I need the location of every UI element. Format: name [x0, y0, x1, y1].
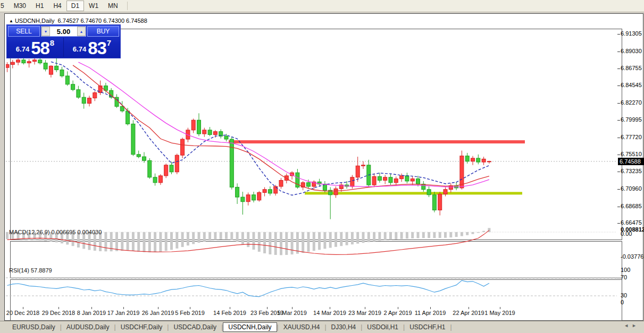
macd-bar [137, 232, 140, 252]
candle [16, 60, 20, 62]
candle [44, 63, 47, 69]
price-axis-tick [617, 52, 620, 52]
resistance-line[interactable] [229, 140, 525, 143]
tab-xauusd-h4[interactable]: XAUUSD,H4 [279, 322, 325, 332]
volume-increase-icon[interactable]: ▲ [77, 27, 86, 36]
rsi-canvas[interactable] [6, 266, 617, 306]
ma-fast-line [51, 62, 489, 195]
tab-usdcad-daily[interactable]: USDCAD,Daily [169, 322, 221, 332]
candle [334, 189, 338, 194]
timeframe-button-h4[interactable]: H4 [48, 1, 66, 11]
candle [487, 161, 491, 162]
macd-bar [127, 232, 129, 250]
macd-bar [187, 232, 189, 245]
date-axis-label: 17 Jan 2019 [107, 310, 140, 316]
date-axis-tick [190, 307, 190, 309]
candle [350, 177, 354, 186]
tab-usdchf-daily[interactable]: USDCHF,Daily [116, 322, 168, 332]
date-axis-label: 2 Apr 2019 [383, 310, 412, 316]
price-axis-tick [617, 155, 620, 155]
tab-dj30-h4[interactable]: DJ30,H4 [327, 322, 361, 332]
candle [22, 60, 26, 63]
macd-indicator-label: MACD(12,26,9) 0.006695 0.004030 [9, 229, 102, 235]
price-axis-label: 6.66475 [621, 219, 642, 226]
date-axis-label: 23 Mar 2019 [348, 310, 381, 316]
timeframe-button-h1[interactable]: H1 [31, 1, 48, 11]
candle [362, 165, 365, 166]
tab-scroll-arrows[interactable]: ◄► [624, 323, 640, 328]
volume-input[interactable]: 5.00 [50, 28, 77, 36]
candle [137, 155, 140, 157]
timeframe-button-m30[interactable]: M30 [9, 1, 31, 11]
sell-price[interactable]: 6.74 58 8 [7, 38, 64, 57]
chart-title: ▲USDCNH,Daily 6.74527 6.74670 6.74300 6.… [9, 18, 147, 24]
timeframe-button-d1[interactable]: D1 [66, 1, 84, 11]
date-axis-label: 22 Apr 2019 [453, 310, 484, 316]
candle [427, 190, 431, 195]
candle [236, 187, 239, 197]
buy-button[interactable]: BUY [87, 26, 119, 37]
collapse-arrow-icon[interactable]: ▲ [9, 19, 13, 23]
timeframe-toolbar: 5M30H1H4D1W1MN [0, 0, 644, 12]
date-axis-label: 1 May 2019 [484, 310, 515, 316]
tab-scroll-right-icon[interactable]: ► [632, 323, 640, 328]
current-price-tag: 6.74588 [618, 158, 644, 165]
macd-bar [241, 232, 244, 244]
macd-bar [230, 232, 233, 240]
rsi-axis-label: 70 [621, 274, 627, 280]
price-axis-label: 6.77720 [621, 134, 642, 140]
tab-audusd-daily[interactable]: AUDUSD,Daily [62, 322, 114, 332]
candle [411, 179, 414, 181]
price-axis-tick [617, 189, 620, 190]
candle [82, 97, 86, 103]
price-axis-tick [617, 172, 620, 172]
macd-bar [121, 232, 123, 251]
candle [213, 132, 217, 135]
macd-bar [302, 232, 304, 253]
macd-bar [433, 232, 436, 238]
buy-price[interactable]: 6.74 83 7 [64, 38, 120, 57]
macd-bar [477, 232, 480, 233]
tab-usdoil-h1[interactable]: USDOil,H1 [362, 322, 403, 332]
volume-decrease-icon[interactable]: ▼ [41, 27, 50, 36]
timeframe-button-mn[interactable]: MN [103, 1, 123, 11]
price-axis-label: 6.68685 [621, 203, 642, 209]
macd-bar [253, 232, 255, 250]
candle [65, 76, 69, 84]
candle [88, 98, 91, 104]
candle [465, 156, 469, 161]
date-axis-tick [398, 307, 398, 309]
candle [383, 177, 387, 181]
tab-usdcnh-daily[interactable]: USDCNH,Daily [223, 322, 277, 332]
macd-bar [104, 232, 107, 251]
candle [170, 165, 173, 172]
macd-bar [400, 232, 403, 239]
tab-usdchf-h1[interactable]: USDCHF,H1 [405, 322, 450, 332]
chart-ohlc: 6.74527 6.74670 6.74300 6.74588 [58, 18, 147, 24]
macd-bar [269, 232, 271, 254]
macd-bar [175, 232, 178, 249]
candle [191, 120, 195, 130]
candle [460, 156, 464, 188]
symbol-tab-bar: EURUSD,Daily|AUDUSD,Daily|USDCHF,Daily|U… [0, 321, 644, 333]
tab-scroll-left-icon[interactable]: ◄ [624, 323, 632, 328]
sell-button[interactable]: SELL [8, 26, 40, 37]
macd-bar [378, 232, 381, 241]
candle [27, 62, 31, 63]
price-axis-tick [617, 103, 620, 104]
candle [38, 60, 42, 63]
macd-bar [313, 232, 315, 251]
timeframe-button-5[interactable]: 5 [0, 1, 9, 11]
candle [438, 194, 442, 210]
macd-bar [444, 232, 447, 238]
macd-bar [334, 232, 337, 247]
timeframe-button-w1[interactable]: W1 [84, 1, 103, 11]
date-axis-label: 14 Feb 2019 [213, 310, 246, 316]
price-axis-tick [617, 207, 620, 207]
tab-eurusd-daily[interactable]: EURUSD,Daily [7, 322, 60, 332]
toolbar-separator [127, 2, 128, 10]
macd-bar [411, 232, 414, 238]
buy-price-sup: 7 [107, 38, 111, 47]
price-axis-tick [617, 34, 620, 35]
macd-bar [439, 232, 441, 238]
